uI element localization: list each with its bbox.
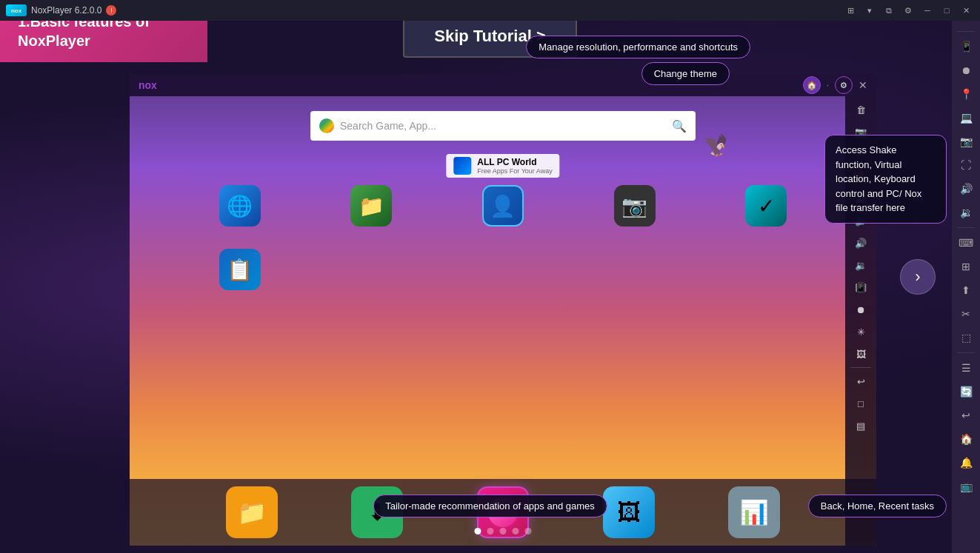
window-controls: ⊞ ▾ ⧉ ⚙ ─ □ ✕ (842, 4, 974, 17)
sidebar-divider-2 (957, 227, 975, 228)
toolbar-star-btn[interactable]: ✳ (847, 321, 874, 342)
app-title: NoxPlayer 6.2.0.0 (31, 5, 101, 16)
toolbar-delete-btn[interactable]: 🗑 (847, 99, 874, 120)
sidebar-screen2-btn[interactable]: 📺 (954, 476, 978, 497)
dot-4[interactable] (513, 528, 519, 534)
android-screen: nox 🏠 · ⚙ ✕ Search Game, App... 🔍 ALL PC… (130, 74, 876, 546)
app-empty-2 (477, 249, 529, 290)
sidebar-apps-btn[interactable]: ⊞ (954, 256, 978, 277)
app-empty-3 (609, 249, 661, 290)
sidebar-resize-btn[interactable]: ⬚ (954, 327, 978, 348)
dot-5[interactable] (525, 528, 532, 534)
bird-decoration: 🦅 (702, 133, 728, 158)
dot-2[interactable] (487, 528, 494, 534)
sidebar-upload-btn[interactable]: ⬆ (954, 280, 978, 301)
sidebar-record-btn[interactable]: ⏺ (954, 60, 978, 81)
pagination-dots (475, 528, 532, 534)
nox-logo-icon: nox (6, 4, 27, 16)
settings-cog-icon[interactable]: ⚙ (835, 76, 853, 94)
manage-resolution-callout: Manage resolution, performance and short… (526, 36, 750, 58)
android-nox-logo: nox (139, 79, 157, 91)
back-home-callout: Back, Home, Recent tasks (808, 495, 947, 517)
app-empty-1 (345, 249, 397, 290)
apps-area: 🌐 📁 👤 📷 ✓ 📋 (174, 185, 832, 312)
toolbar-recent-btn[interactable]: ▤ (847, 415, 874, 436)
manager-icon: 📁 (350, 185, 392, 227)
dock-photos[interactable]: 🖼 (603, 486, 655, 538)
play-store-icon (319, 118, 334, 133)
app-tasker[interactable]: ✓ (740, 185, 792, 227)
app-empty-4 (740, 249, 792, 290)
settings-btn[interactable]: ⚙ (900, 4, 916, 17)
app-brave[interactable]: 🌐 (214, 185, 266, 227)
sidebar-screenshot-btn[interactable]: 📷 (954, 131, 978, 152)
app-logo: nox NoxPlayer 6.2.0.0 ! (6, 4, 116, 16)
toolbar-divider (850, 367, 871, 368)
maximize-btn[interactable]: □ (939, 4, 955, 17)
multi-window-btn[interactable]: ⊞ (842, 4, 859, 17)
theme-icon[interactable]: 🏠 (803, 76, 821, 94)
app-row-2: 📋 (174, 249, 832, 290)
sidebar-rotate-btn[interactable]: 🔄 (954, 381, 978, 402)
sidebar-keyboard-btn[interactable]: ⌨ (954, 232, 978, 253)
dot-separator: · (827, 80, 829, 90)
change-theme-callout: Change theme (641, 62, 730, 85)
notification-badge: ! (106, 5, 116, 16)
android-close-icon[interactable]: ✕ (859, 79, 867, 91)
watermark-badge: ALL PC World Free Apps For Your Away (446, 154, 559, 178)
toolbar-back-btn[interactable]: ↩ (847, 371, 874, 392)
minimize-btn[interactable]: ─ (919, 4, 936, 17)
access-shake-callout: Access Shake function, Virtual location,… (824, 135, 947, 224)
toolbar-record-btn[interactable]: ⏺ (847, 299, 874, 320)
close-btn[interactable]: ✕ (958, 4, 974, 17)
dot-1[interactable] (475, 528, 481, 534)
android-top-bar: nox 🏠 · ⚙ ✕ (130, 74, 876, 96)
watermark-subtitle: Free Apps For Your Away (477, 167, 552, 175)
dropdown-btn[interactable]: ▾ (861, 4, 878, 17)
app-manager[interactable]: 📁 (345, 185, 397, 227)
toolbar-vol-up2-btn[interactable]: 🔊 (847, 232, 874, 253)
watermark-text: ALL PC World Free Apps For Your Away (477, 157, 552, 175)
search-bar-wrapper: Search Game, App... 🔍 (310, 111, 696, 141)
sidebar-menu-btn[interactable]: ☰ (954, 358, 978, 378)
next-arrow-button[interactable]: › (900, 259, 936, 295)
video-icon: 👤 (482, 185, 524, 227)
search-magnifier-icon: 🔍 (672, 119, 687, 133)
sidebar-screen-btn[interactable]: 💻 (954, 107, 978, 128)
search-bar[interactable]: Search Game, App... 🔍 (310, 111, 696, 141)
sidebar-location-btn[interactable]: 📍 (954, 84, 978, 104)
sidebar-vol-dn-btn[interactable]: 🔉 (954, 202, 978, 223)
sidebar-back-btn[interactable]: ↩ (954, 405, 978, 426)
app-camera[interactable]: 📷 (609, 185, 661, 227)
brave-icon: 🌐 (219, 185, 261, 227)
sidebar-zoom-btn[interactable]: ⛶ (954, 155, 978, 175)
toolbar-home-btn[interactable]: □ (847, 393, 874, 414)
es-explorer-icon: 📋 (219, 249, 261, 290)
sidebar-volume-btn[interactable]: 🔔 (954, 452, 978, 473)
sidebar-scissors-btn[interactable]: ✂ (954, 304, 978, 324)
android-top-icons: 🏠 · ⚙ ✕ (803, 76, 867, 94)
dock-files[interactable]: 📁 (226, 486, 278, 538)
toolbar-shake-btn[interactable]: 📳 (847, 277, 874, 298)
tailor-made-callout: Tailor-made recommendation of apps and g… (373, 495, 607, 517)
dock-equalizer[interactable]: 📊 (728, 486, 780, 538)
camera-icon: 📷 (614, 185, 656, 227)
tasker-icon: ✓ (745, 185, 787, 227)
watermark-title: ALL PC World (477, 157, 552, 167)
watermark-icon (453, 157, 471, 175)
right-sidebar: ⋯ 📱 ⏺ 📍 💻 📷 ⛶ 🔊 🔉 ⌨ ⊞ ⬆ ✂ ⬚ ☰ 🔄 ↩ 🏠 🔔 📺 (952, 0, 980, 553)
app-row-1: 🌐 📁 👤 📷 ✓ (174, 185, 832, 227)
toolbar-image-btn[interactable]: 🖼 (847, 343, 874, 364)
search-placeholder: Search Game, App... (340, 120, 666, 132)
sidebar-divider-3 (957, 352, 975, 353)
toolbar-vol-down2-btn[interactable]: 🔉 (847, 255, 874, 275)
pin-btn[interactable]: ⧉ (881, 4, 897, 17)
app-video[interactable]: 👤 (477, 185, 529, 227)
dot-3[interactable] (500, 528, 507, 534)
app-es-explorer[interactable]: 📋 (214, 249, 266, 290)
sidebar-home-btn[interactable]: 🏠 (954, 429, 978, 449)
skip-btn-container: Skip Tutorial > (0, 15, 980, 58)
title-bar: nox NoxPlayer 6.2.0.0 ! ⊞ ▾ ⧉ ⚙ ─ □ ✕ (0, 0, 980, 21)
sidebar-vol-up-btn[interactable]: 🔊 (954, 178, 978, 199)
